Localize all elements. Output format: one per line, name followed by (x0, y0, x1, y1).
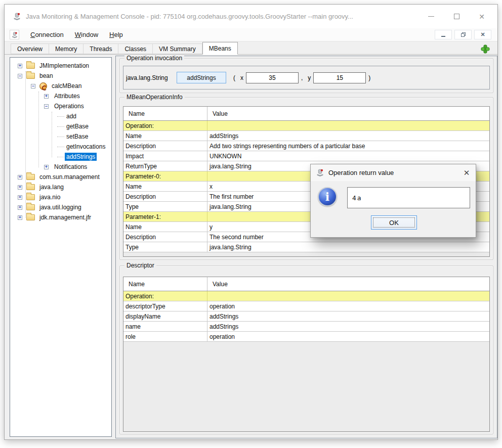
window-title: Java Monitoring & Management Console - p… (26, 13, 353, 20)
internal-frame-controls: ✕ (435, 30, 491, 39)
close-icon: ✕ (479, 13, 485, 20)
cell-name: Type (123, 242, 207, 252)
minimize-icon (428, 16, 434, 17)
tree-item-addstrings[interactable]: addStrings (10, 152, 111, 162)
collapse-minus-icon[interactable]: − (44, 104, 49, 109)
tree-item-calcmbean[interactable]: −calcMBean (10, 81, 111, 91)
tree-item-label: Operations (53, 102, 86, 110)
tree-item-add[interactable]: add (10, 111, 111, 121)
tree-item-notifications[interactable]: +Notifications (10, 162, 111, 172)
window-maximize-button[interactable] (444, 5, 469, 28)
expand-plus-icon[interactable]: + (44, 165, 49, 169)
window-minimize-button[interactable] (419, 5, 444, 28)
tree-item-com-sun-management[interactable]: +com.sun.management (10, 172, 111, 182)
param-y-input[interactable] (313, 72, 366, 83)
tree-item-getinvocations[interactable]: getInvocations (10, 142, 111, 152)
expand-plus-icon[interactable]: + (44, 94, 49, 99)
window-close-button[interactable]: ✕ (469, 5, 494, 28)
mbean-icon (39, 82, 47, 90)
cell-name: Description (123, 141, 207, 151)
table-row[interactable]: ImpactUNKNOWN (123, 151, 489, 161)
param-separator-label: , (301, 74, 303, 81)
tree-item-label: setBase (65, 132, 90, 141)
tree-item-getbase[interactable]: getBase (10, 121, 111, 131)
tree-item-label: getInvocations (65, 143, 107, 151)
expand-plus-icon[interactable]: + (18, 185, 22, 190)
cell-name: Description (123, 192, 207, 201)
open-paren-label: ( (233, 74, 235, 81)
expand-plus-icon[interactable]: + (18, 205, 22, 210)
tab-mbeans[interactable]: MBeans (202, 42, 238, 55)
cell-value: addStrings (207, 131, 489, 141)
column-header-value[interactable]: Value (207, 277, 489, 291)
table-row[interactable]: displayNameaddStrings (123, 311, 489, 322)
menu-item-help[interactable]: Help (109, 31, 123, 38)
frame-restore-button[interactable] (454, 30, 472, 39)
tab-vm-summary[interactable]: VM Summary (153, 43, 202, 54)
tab-threads[interactable]: Threads (83, 43, 118, 54)
connection-status-plug-icon (480, 44, 490, 54)
frame-close-button[interactable]: ✕ (474, 30, 491, 39)
dialog-body: i OK (311, 181, 476, 238)
tree-item-operations[interactable]: −Operations (10, 101, 111, 111)
invoke-operation-button[interactable]: addStrings (177, 72, 226, 83)
expand-plus-icon[interactable]: + (18, 64, 22, 68)
expand-plus-icon[interactable]: + (18, 195, 22, 200)
cell-name: Name (123, 131, 207, 141)
ok-button[interactable]: OK (371, 215, 417, 230)
tab-classes[interactable]: Classes (118, 43, 153, 54)
tree-item-bean[interactable]: −bean (10, 71, 111, 81)
table-row[interactable]: roleoperation (123, 332, 489, 342)
tab-bar: OverviewMemoryThreadsClassesVM SummaryMB… (5, 41, 497, 55)
tree-item-setbase[interactable]: setBase (10, 131, 111, 142)
dialog-close-button[interactable]: ✕ (457, 164, 476, 181)
close-icon: ✕ (464, 168, 470, 177)
table-row[interactable]: nameaddStrings (123, 322, 489, 332)
descriptor-table: NameValueOperation:descriptorTypeoperati… (123, 277, 490, 432)
menu-item-window[interactable]: Window (75, 31, 98, 38)
tree-item-label: jdk.management.jfr (38, 213, 93, 221)
tree-item-jmimplementation[interactable]: +JMImplementation (10, 61, 111, 71)
cell-value (207, 291, 489, 301)
tree-item-label: Notifications (53, 163, 89, 171)
table-section-row[interactable]: Operation: (123, 291, 489, 301)
operation-invocation-row: java.lang.StringaddStrings(x,y) (123, 66, 490, 89)
menu-item-connection[interactable]: Connection (30, 31, 64, 38)
folder-icon (26, 174, 35, 180)
column-header-name[interactable]: Name (123, 107, 207, 120)
table-section-row[interactable]: Operation: (123, 121, 489, 131)
return-type-label: java.lang.String (126, 74, 173, 81)
tree-item-java-lang[interactable]: +java.lang (10, 182, 111, 192)
group-title: Descriptor (124, 262, 156, 269)
collapse-minus-icon[interactable]: − (31, 84, 35, 88)
tree-item-label: java.util.logging (38, 203, 83, 211)
table-row[interactable]: NameaddStrings (123, 131, 489, 141)
param-x-input[interactable] (246, 72, 299, 83)
expand-plus-icon[interactable]: + (18, 175, 22, 180)
column-header-value[interactable]: Value (207, 107, 489, 120)
tree-item-attributes[interactable]: +Attributes (10, 91, 111, 101)
column-header-name[interactable]: Name (123, 277, 207, 291)
return-value-field[interactable] (347, 187, 470, 208)
cell-value: operation (207, 332, 489, 341)
tree-item-label: java.lang (38, 183, 65, 191)
table-row[interactable]: DescriptionAdd two strings representing … (123, 141, 489, 151)
tree-item-jdk-management-jfr[interactable]: +jdk.management.jfr (10, 212, 111, 222)
table-row[interactable]: Typejava.lang.String (123, 242, 489, 252)
descriptor-group: Descriptor NameValueOperation:descriptor… (119, 265, 493, 434)
expand-plus-icon[interactable]: + (18, 215, 22, 220)
cell-name: Type (123, 202, 207, 211)
table-header-row: NameValue (123, 107, 489, 121)
cell-name: descriptorType (123, 301, 207, 311)
tab-memory[interactable]: Memory (49, 43, 83, 54)
frame-minimize-button[interactable] (435, 30, 452, 39)
table-row[interactable]: descriptorTypeoperation (123, 301, 489, 311)
tree-item-java-util-logging[interactable]: +java.util.logging (10, 202, 111, 212)
tree-item-java-nio[interactable]: +java.nio (10, 192, 111, 202)
tab-overview[interactable]: Overview (11, 43, 49, 54)
collapse-minus-icon[interactable]: − (18, 74, 22, 78)
tree-item-label: bean (38, 72, 55, 80)
operation-invocation-group: Operation invocation java.lang.Stringadd… (119, 58, 493, 93)
tree-connector-line (57, 147, 64, 147)
param-name-label: y (308, 74, 311, 81)
